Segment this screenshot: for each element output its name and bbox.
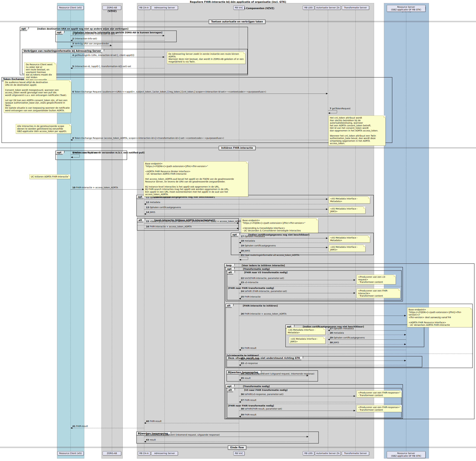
message-19-label: 19 Ophalen certificaatgegevens — [241, 244, 276, 247]
message-26-arrow — [404, 315, 406, 316]
message-28-arrow — [404, 334, 406, 335]
message-32-arrow — [404, 360, 406, 361]
message-4-label: 4 getRoutingInfo (URA, interaction-id-se… — [72, 54, 134, 56]
message-12-label: 12 metadata — [146, 201, 160, 204]
message-18-label: 18 metadata — [241, 239, 255, 242]
message-12-arrow — [144, 203, 146, 205]
participant-zorg-ab-top: ZORG-AB — [102, 6, 121, 10]
note-as-jwks-1: <AS Metadata Interface - JWKS> — [329, 206, 365, 213]
participant-zorg-ab-bottom: ZORG-AB — [102, 451, 121, 455]
message-24-label: 24 toFHIR (FHIR-interactie, parameter-se… — [241, 290, 287, 292]
message-39-label: 39 FHIR-result — [241, 413, 256, 416]
message-35-arrow — [239, 379, 241, 381]
message-14-arrow — [144, 213, 146, 215]
frame-alt-fhir-naar-v3-else-guard-0: [FHIR naar FHIR transformatie nodig] — [228, 287, 274, 289]
note-uc-initieren: UC Initieren AORTA FHIR-interactie — [29, 174, 70, 179]
message-3-line — [70, 45, 110, 46]
message-41-line — [72, 428, 144, 428]
frame-opt-destination-ura-tab: opt — [20, 27, 29, 31]
message-14-label: 14 JWKS — [146, 211, 155, 213]
message-5-arrow — [70, 68, 72, 69]
frame-opt-transformatie-2-tab: opt — [226, 384, 235, 388]
message-8-arrow — [70, 139, 72, 141]
message-25-arrow — [239, 298, 241, 299]
message-38-arrow — [354, 410, 356, 411]
message-6-label: 6 Token Exchange Request (audience=<URA>… — [72, 91, 266, 93]
frame-opt-taak-notified-pull-tab: opt — [55, 151, 64, 155]
message-2-label: 2 (interaction-info-set) — [72, 37, 97, 40]
frame-alt-push-interactie-tab: alt — [137, 218, 145, 222]
message-15-label: 15 <base>/push-aorta-data (destination, … — [146, 220, 242, 222]
divider-toetsen-autorisatie: Toetsen autorisatie en verkrijgen token — [209, 19, 265, 24]
message-13-arrow — [326, 208, 328, 210]
note-as-jwks-3: <AS Metadata Interface - JWKS> — [289, 337, 325, 344]
frame-alt-fhir-interactie-initieren-guard: [FHIR-interactie te initiëren] — [243, 305, 278, 307]
message-11-arrow — [326, 198, 328, 200]
note-produceren-v3-request: <Produceren van een v3-request>- Transfo… — [357, 275, 396, 284]
message-19-arrow — [326, 247, 328, 248]
frame-alt-v3-naar-fhir-else-guard-0: [FHIR naar FHIR transformatie nodig] — [228, 404, 274, 407]
participant-adressering-server-bottom: Adressering Server — [151, 451, 178, 455]
message-23-line — [241, 284, 356, 284]
message-29-arrow — [328, 339, 330, 340]
participant-transformatie-server-bottom: Transformatie Server — [342, 451, 369, 455]
note-audience-consent: De audience bevat altijd de destinationU… — [4, 80, 71, 113]
message-42-label: 42 create A+D AuditEvent (inkomend reque… — [146, 434, 220, 436]
message-20-line — [241, 253, 328, 253]
message-7-side — [337, 110, 337, 113]
message-41-arrow — [70, 427, 72, 429]
note-base-endpoint-rb: Base endpoint="https://<FQDN>[</path ext… — [144, 162, 248, 197]
message-37-arrow — [239, 401, 241, 403]
message-1-label: 1 getInteractionInfo (interaction-id-set… — [72, 33, 115, 35]
message-3-arrow — [110, 45, 112, 46]
frame-opt-ophalen-interactie-info-tab: opt — [55, 31, 64, 34]
note-as-metadata-1: <AS Metadata Interface - Metadata> — [329, 196, 370, 204]
message-37-line — [241, 402, 356, 402]
message-27-line — [330, 330, 406, 331]
message-14-line — [146, 214, 328, 214]
message-8-line — [72, 140, 328, 140]
message-22-label: 22 toV3(FHIR-interactie, parameter-set) — [241, 277, 284, 279]
message-43-line — [146, 442, 308, 442]
message-32-label: 32 v3-interactie — [241, 358, 258, 360]
message-1-arrow — [163, 35, 165, 36]
sequence-diagram: Reguliere FHIR-interactie bij één applic… — [0, 0, 476, 461]
message-34-line — [239, 376, 307, 376]
message-30-arrow — [404, 343, 406, 345]
message-36-label: 36 toFHIR(v3-response, parameter-set) — [241, 393, 284, 395]
message-return-line — [72, 47, 112, 47]
message-37-label: 37 FHIR-result — [241, 399, 256, 401]
message-31-label: 31 FHIR-result — [241, 347, 256, 349]
frame-opt-certificaat-2-tab: opt — [231, 233, 240, 237]
message-23-label: 23 v3-interactie — [241, 281, 258, 284]
participant-resource-client-top: Resource Client (xIS) — [57, 6, 84, 10]
note-as-metadata-3: <AS Metadata Interface - Metadata> — [286, 328, 325, 335]
participant-rb-za-in-bottom: RB ZA-in — [138, 451, 150, 455]
message-39-arrow — [239, 416, 241, 417]
participant-rb-za-in-top: RB ZA-in — [138, 6, 150, 10]
frame-group-niet-ondersteund-gtk-tab: Deze situatie wordt nog niet ondersteund… — [227, 356, 303, 360]
message-8-label: 8 Token Exchange Response (access_token_… — [72, 137, 224, 139]
message-30-label: 30 JWKS — [330, 341, 339, 344]
message-27-arrow — [328, 330, 330, 331]
message-39-line — [241, 417, 356, 417]
message-9-arrow — [71, 156, 73, 158]
message-31-arrow — [239, 349, 241, 351]
message-20-label: 20 JWKS — [241, 249, 250, 252]
note-base-endpoint-rs: Base endpoint="https://<FQDN>[</path ext… — [407, 307, 472, 327]
message-29-label: 29 Ophalen certificaatgegevens — [330, 336, 365, 339]
message-28-label: 28 metadata — [330, 332, 344, 334]
message-40-label: 40 FHIR-result — [146, 420, 162, 422]
message-35-label: 35 result — [241, 377, 251, 379]
frame-alt-fhir-naar-v3-tab: alt — [227, 270, 235, 274]
message-33-label: 33 v3-response — [241, 362, 258, 365]
message-26-label: 26 FHIR-interactie + access_token_AORTA — [241, 313, 287, 315]
participant-resource-server-top: Resource Server(GBZ-applicatie OF RB GTK… — [387, 5, 425, 12]
divider-initieren-fhir-interactie: Initiëren FHIR-interactie — [219, 146, 255, 150]
divider-einde-flow: Einde flow — [228, 445, 246, 450]
message-42-arrow — [307, 436, 308, 437]
message-9-top — [71, 154, 79, 155]
message-9-side — [79, 154, 80, 157]
message-10-label: 10 FHIR-interactie + access_token_AORTA — [72, 186, 118, 189]
message-16-label: 16 FHIR-interactie + access_token_AORTA — [146, 225, 192, 228]
